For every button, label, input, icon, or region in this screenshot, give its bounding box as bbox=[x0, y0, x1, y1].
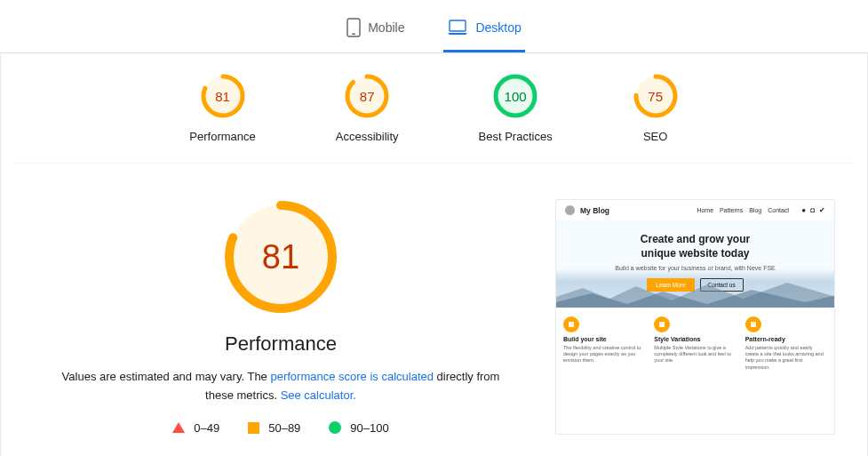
score-legend: 0–49 50–89 90–100 bbox=[172, 421, 388, 435]
gauge-ring: 87 bbox=[344, 73, 390, 119]
gauge-ring: 81 bbox=[200, 73, 246, 119]
mobile-icon bbox=[346, 18, 361, 37]
triangle-icon bbox=[172, 422, 185, 433]
svg-rect-2 bbox=[450, 20, 466, 31]
tab-desktop[interactable]: Desktop bbox=[443, 11, 524, 52]
square-icon bbox=[248, 422, 259, 434]
preview-logo-icon bbox=[565, 205, 575, 215]
preview-feature: Style VariationsMultiple Style Variation… bbox=[654, 316, 736, 371]
performance-description: Values are estimated and may vary. The p… bbox=[33, 368, 529, 405]
performance-big-gauge: 81 bbox=[223, 199, 338, 315]
gauge-label: SEO bbox=[643, 130, 667, 143]
preview-nav-item: Contact bbox=[768, 207, 789, 213]
performance-detail: 81 Performance Values are estimated and … bbox=[33, 199, 529, 435]
tab-mobile-label: Mobile bbox=[368, 20, 404, 35]
preview-features: Build your siteThe flexibility and creat… bbox=[556, 308, 834, 374]
twitter-icon: ✔ bbox=[819, 206, 825, 214]
preview-hero-buttons: Learn More Contact us bbox=[565, 278, 825, 292]
preview-feature: Build your siteThe flexibility and creat… bbox=[563, 316, 645, 371]
preview-nav-item: Home bbox=[697, 207, 713, 213]
feature-title: Style Variations bbox=[654, 336, 700, 342]
legend-avg: 50–89 bbox=[248, 421, 300, 435]
gauge-best-practices[interactable]: 100Best Practices bbox=[479, 73, 553, 143]
gauge-label: Best Practices bbox=[479, 130, 553, 143]
gauge-label: Accessibility bbox=[336, 130, 399, 143]
preview-hero: Create and grow yourunique website today… bbox=[556, 220, 834, 308]
desktop-icon bbox=[447, 20, 468, 36]
preview-header: My Blog HomePatternsBlogContact ●◘✔ bbox=[556, 200, 834, 220]
gauge-performance[interactable]: 81Performance bbox=[189, 73, 255, 143]
detail-section: 81 Performance Values are estimated and … bbox=[15, 164, 853, 435]
preview-nav-item: Blog bbox=[749, 207, 761, 213]
gauge-ring: 75 bbox=[633, 73, 679, 119]
instagram-icon: ◘ bbox=[810, 206, 815, 214]
page-preview-thumbnail: My Blog HomePatternsBlogContact ●◘✔ Crea… bbox=[555, 199, 835, 435]
tab-mobile[interactable]: Mobile bbox=[343, 11, 408, 52]
svg-rect-1 bbox=[352, 34, 355, 35]
score-calc-link[interactable]: performance score is calculated bbox=[270, 370, 434, 383]
gauge-label: Performance bbox=[189, 130, 255, 143]
gauge-accessibility[interactable]: 87Accessibility bbox=[336, 73, 399, 143]
gauge-seo[interactable]: 75SEO bbox=[633, 73, 679, 143]
feature-icon bbox=[563, 316, 579, 332]
preview-hero-sub: Build a website for your business or bra… bbox=[565, 265, 825, 271]
device-tabs: Mobile Desktop bbox=[0, 0, 868, 53]
preview-nav: HomePatternsBlogContact bbox=[697, 207, 789, 213]
svg-rect-15 bbox=[751, 322, 756, 327]
feature-desc: Multiple Style Variations to give a comp… bbox=[654, 345, 736, 364]
feature-title: Build your site bbox=[563, 336, 607, 342]
gauge-score: 81 bbox=[200, 73, 246, 119]
preview-feature: Pattern-readyAdd patterns quickly and ea… bbox=[745, 316, 827, 371]
performance-big-score: 81 bbox=[223, 199, 338, 315]
gauge-ring: 100 bbox=[492, 73, 538, 119]
see-calculator-link[interactable]: See calculator. bbox=[281, 388, 356, 402]
preview-nav-item: Patterns bbox=[720, 207, 743, 213]
preview-social-icons: ●◘✔ bbox=[801, 206, 825, 214]
performance-title: Performance bbox=[225, 332, 337, 356]
preview-site-title: My Blog bbox=[580, 206, 609, 215]
tab-desktop-label: Desktop bbox=[475, 20, 521, 35]
score-gauges-row: 81Performance87Accessibility100Best Prac… bbox=[15, 73, 853, 164]
preview-hero-title: Create and grow yourunique website today bbox=[565, 233, 825, 260]
preview-cta-primary: Learn More bbox=[647, 278, 694, 292]
svg-rect-13 bbox=[569, 322, 574, 327]
gauge-score: 100 bbox=[492, 73, 538, 119]
legend-good: 90–100 bbox=[329, 421, 388, 435]
gauge-score: 75 bbox=[633, 73, 679, 119]
legend-bad: 0–49 bbox=[172, 421, 219, 435]
feature-desc: The flexibility and creative control to … bbox=[563, 345, 645, 364]
svg-rect-14 bbox=[659, 322, 665, 327]
feature-title: Pattern-ready bbox=[745, 336, 785, 342]
preview-cta-secondary: Contact us bbox=[700, 278, 744, 292]
feature-desc: Add patterns quickly and easily create a… bbox=[745, 345, 827, 371]
circle-icon bbox=[329, 421, 341, 434]
feature-icon bbox=[745, 316, 761, 332]
facebook-icon: ● bbox=[801, 206, 806, 214]
results-panel: 81Performance87Accessibility100Best Prac… bbox=[0, 53, 868, 456]
feature-icon bbox=[654, 316, 670, 332]
gauge-score: 87 bbox=[344, 73, 390, 119]
